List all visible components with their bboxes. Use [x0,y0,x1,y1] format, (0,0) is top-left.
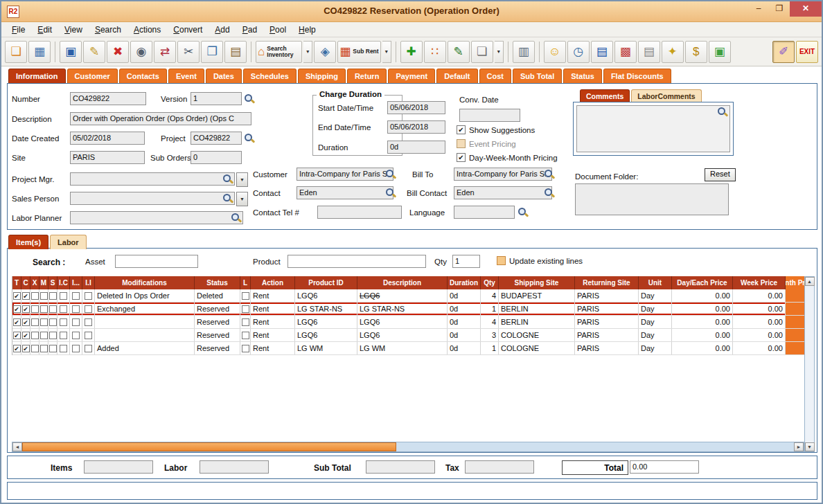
language-search-icon[interactable] [517,207,528,217]
cell-checkbox[interactable] [48,329,57,341]
minimize-button[interactable]: – [748,1,769,17]
row-checkbox[interactable] [60,292,67,300]
add-line-button[interactable]: ✚ [400,41,423,63]
search-inventory-dropdown[interactable]: ▾ [303,41,312,63]
sub-rent-button[interactable]: ▦Sub Rent [337,41,380,63]
search-inventory-button[interactable]: ⌂Search Inventory [256,41,302,63]
row-checkbox[interactable] [85,332,92,339]
catalog-button[interactable]: ▤ [591,41,613,63]
row-checkbox[interactable] [242,332,249,339]
column-header-qty[interactable]: Qty [481,276,499,289]
sub-orders-field[interactable]: 0 [191,151,242,164]
scroll-left-button[interactable]: ◄ [12,442,22,451]
bill-contact-field[interactable]: Eden [454,186,552,199]
tab-information[interactable]: Information [8,69,66,83]
paste-button[interactable]: ▤ [224,41,247,63]
row-checkbox[interactable] [49,332,57,339]
site-field[interactable]: PARIS [70,151,145,164]
row-checkbox[interactable] [85,305,92,313]
row-checkbox[interactable] [40,332,48,339]
row-checkbox[interactable] [85,318,92,326]
cell-checkbox[interactable] [39,316,48,328]
row-checkbox[interactable]: ✔ [22,305,30,313]
pool-view-button[interactable]: ◈ [314,41,336,63]
date-created-field[interactable]: 05/02/2018 [70,132,145,145]
cell-checkbox[interactable] [240,329,251,341]
row-checkbox[interactable]: ✔ [13,292,21,300]
row-checkbox[interactable] [31,318,39,326]
sales-person-field[interactable] [70,192,235,205]
row-checkbox[interactable] [49,305,57,313]
table-row[interactable]: ✔✔ExchangedReservedRentLG STAR-NSLG STAR… [12,303,804,316]
column-header-returning-site[interactable]: Returning Site [575,276,639,289]
row-checkbox[interactable]: ✔ [13,318,21,326]
sales-person-search-icon[interactable] [222,193,233,204]
menu-help[interactable]: Help [292,22,322,37]
cell-checkbox[interactable] [48,289,57,302]
column-header-day-each-price[interactable]: Day/Each Price [672,276,733,289]
cell-checkbox[interactable] [48,303,57,315]
document-folder-area[interactable] [575,183,729,215]
project-mgr-field[interactable] [70,172,235,186]
row-checkbox[interactable]: ✔ [13,305,21,313]
row-checkbox[interactable] [31,332,39,339]
menu-edit[interactable]: Edit [31,22,58,37]
cell-checkbox[interactable] [30,342,39,354]
delete-button[interactable]: ✖ [107,41,129,63]
project-mgr-search-icon[interactable] [222,174,233,184]
cell-checkbox[interactable] [30,316,39,328]
show-suggestions-checkbox[interactable]: Show Suggestions [457,125,535,134]
cell-checkbox[interactable] [39,329,48,341]
row-checkbox[interactable] [242,345,249,352]
magic-wand-button[interactable]: ✐ [772,41,795,63]
column-header-shipping-site[interactable]: Shipping Site [499,276,575,289]
cell-checkbox[interactable]: ✔ [21,342,30,354]
menu-view[interactable]: View [58,22,89,37]
version-field[interactable]: 1 [191,92,242,105]
cell-checkbox[interactable] [240,289,251,302]
row-checkbox[interactable] [40,318,48,326]
row-checkbox[interactable] [49,292,57,300]
feedback-button[interactable]: ☺ [544,41,566,63]
scroll-right-button[interactable]: ► [794,442,804,451]
scroll-down-button[interactable]: ▼ [805,442,815,451]
column-header-x[interactable]: X [30,276,39,289]
comments-search-icon[interactable] [717,107,727,117]
notepad-button[interactable]: ▤ [638,41,660,63]
cell-checkbox[interactable] [70,316,82,328]
tab-payment[interactable]: Payment [388,69,435,83]
layouts-button[interactable]: ❏ [471,41,493,63]
cell-checkbox[interactable]: ✔ [21,329,30,341]
cell-checkbox[interactable] [39,289,48,302]
cell-checkbox[interactable] [30,329,39,341]
menu-actions[interactable]: Actions [127,22,167,37]
product-input[interactable] [287,255,426,268]
menu-pool[interactable]: Pool [263,22,292,37]
row-checkbox[interactable]: ✔ [22,318,30,326]
availability-clock-button[interactable]: ◷ [567,41,590,63]
column-header-i-c[interactable]: I.C [57,276,70,289]
cell-checkbox[interactable]: ✔ [12,342,21,354]
cell-checkbox[interactable]: ✔ [12,316,21,328]
row-checkbox[interactable] [60,345,67,352]
row-checkbox[interactable] [72,332,80,339]
cell-checkbox[interactable] [82,329,95,341]
cell-checkbox[interactable] [39,303,48,315]
qty-input[interactable]: 1 [452,255,480,268]
description-field[interactable]: Order with Operation Order (Ops Order) (… [70,112,251,125]
contact-tel-field[interactable] [317,206,402,219]
cell-checkbox[interactable] [82,289,95,302]
column-header-unit[interactable]: Unit [639,276,672,289]
layouts-dropdown[interactable]: ▾ [495,41,504,63]
row-checkbox[interactable] [72,305,80,313]
sales-person-dropdown[interactable]: ▼ [236,192,248,206]
column-header-modifications[interactable]: Modifications [95,276,195,289]
currency-button[interactable]: $ [685,41,707,63]
new-button[interactable]: ❏ [5,41,27,63]
row-checkbox[interactable]: ✔ [22,345,30,352]
row-checkbox[interactable] [242,318,249,326]
tab-status[interactable]: Status [563,69,602,83]
menu-convert[interactable]: Convert [167,22,209,37]
menu-search[interactable]: Search [89,22,127,37]
tab-labor[interactable]: Labor [50,235,87,249]
